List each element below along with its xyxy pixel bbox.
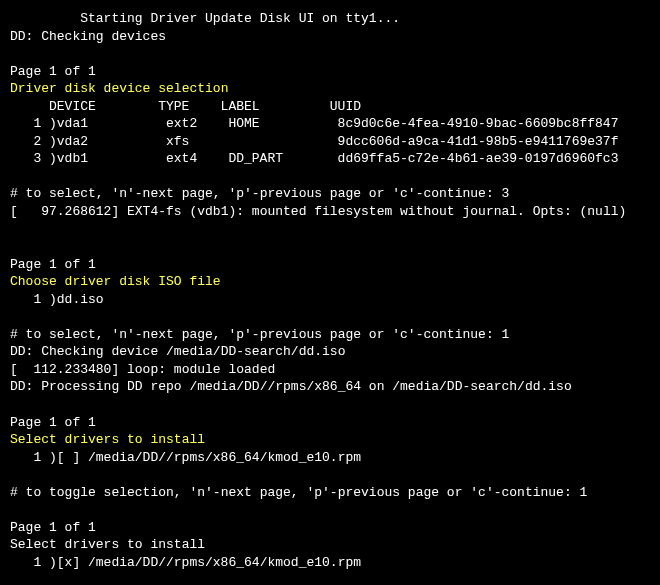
kernel-msg: [ 112.233480] loop: module loaded <box>10 361 650 379</box>
row-label: HOME <box>228 115 337 133</box>
row-label <box>228 133 337 151</box>
row-uuid: dd69ffa5-c72e-4b61-ae39-0197d6960fc3 <box>338 150 650 168</box>
checkbox[interactable]: [ ] <box>57 449 88 467</box>
row-device: vda2 <box>57 133 166 151</box>
row-type: ext4 <box>166 150 228 168</box>
row-index: 1 <box>10 449 49 467</box>
col-uuid: UUID <box>330 98 650 116</box>
select-prompt[interactable]: # to select, 'n'-next page, 'p'-previous… <box>10 326 650 344</box>
dd-msg: DD: Checking device /media/DD-search/dd.… <box>10 343 650 361</box>
row-uuid: 8c9d0c6e-4fea-4910-9bac-6609bc8ff847 <box>338 115 650 133</box>
section-title-drivers: Select drivers to install <box>10 536 650 554</box>
row-index: 2 <box>10 133 49 151</box>
col-device: DEVICE <box>49 98 158 116</box>
row-index: 1 <box>10 291 49 309</box>
page-label: Page 1 of 1 <box>10 256 650 274</box>
toggle-prompt[interactable]: # to toggle selection, 'n'-next page, 'p… <box>10 484 650 502</box>
driver-path: /media/DD//rpms/x86_64/kmod_e10.rpm <box>88 449 361 467</box>
dd-msg: DD: Processing DD repo /media/DD//rpms/x… <box>10 378 650 396</box>
col-label: LABEL <box>221 98 330 116</box>
table-row[interactable]: 2) vda2 xfs 9dcc606d-a9ca-41d1-98b5-e941… <box>10 133 650 151</box>
row-device: vda1 <box>57 115 166 133</box>
row-uuid: 9dcc606d-a9ca-41d1-98b5-e9411769e37f <box>338 133 650 151</box>
page-label: Page 1 of 1 <box>10 63 650 81</box>
kernel-msg: [ 97.268612] EXT4-fs (vdb1): mounted fil… <box>10 203 650 221</box>
select-prompt[interactable]: # to select, 'n'-next page, 'p'-previous… <box>10 185 650 203</box>
table-row[interactable]: 3) vdb1 ext4 DD_PART dd69ffa5-c72e-4b61-… <box>10 150 650 168</box>
blank <box>10 238 650 256</box>
blank <box>10 45 650 63</box>
blank <box>10 466 650 484</box>
row-index: 3 <box>10 150 49 168</box>
row-index: 1 <box>10 115 49 133</box>
col-type: TYPE <box>158 98 220 116</box>
row-label: DD_PART <box>228 150 337 168</box>
blank <box>10 572 650 586</box>
checkbox[interactable]: [x] <box>57 554 88 572</box>
section-title-iso: Choose driver disk ISO file <box>10 273 650 291</box>
list-item[interactable]: 1) dd.iso <box>10 291 650 309</box>
row-index: 1 <box>10 554 49 572</box>
blank <box>10 396 650 414</box>
page-label: Page 1 of 1 <box>10 519 650 537</box>
table-row[interactable]: 1) vda1 ext2 HOME 8c9d0c6e-4fea-4910-9ba… <box>10 115 650 133</box>
blank <box>10 501 650 519</box>
blank <box>10 308 650 326</box>
dd-check-line: DD: Checking devices <box>10 28 650 46</box>
list-item[interactable]: 1) [x] /media/DD//rpms/x86_64/kmod_e10.r… <box>10 554 650 572</box>
section-title-drivers: Select drivers to install <box>10 431 650 449</box>
list-item[interactable]: 1) [ ] /media/DD//rpms/x86_64/kmod_e10.r… <box>10 449 650 467</box>
banner-line: Starting Driver Update Disk UI on tty1..… <box>10 10 650 28</box>
driver-path: /media/DD//rpms/x86_64/kmod_e10.rpm <box>88 554 361 572</box>
iso-name: dd.iso <box>57 291 104 309</box>
section-title-devices: Driver disk device selection <box>10 80 650 98</box>
page-label: Page 1 of 1 <box>10 414 650 432</box>
row-device: vdb1 <box>57 150 166 168</box>
row-type: ext2 <box>166 115 228 133</box>
blank <box>10 221 650 239</box>
row-type: xfs <box>166 133 228 151</box>
device-table-header: DEVICE TYPE LABEL UUID <box>10 98 650 116</box>
blank <box>10 168 650 186</box>
